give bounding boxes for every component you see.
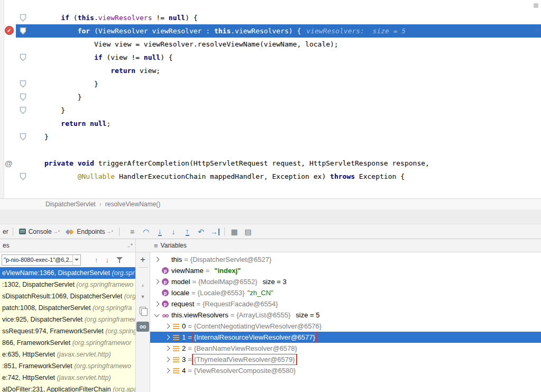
variable-row[interactable]: prequest={RequestFacade@6554}	[150, 298, 541, 309]
force-step-into-icon[interactable]: ↓	[167, 227, 180, 236]
frame-row[interactable]: e:635, HttpServlet (javax.servlet.http)	[0, 349, 135, 360]
variable-row[interactable]: 1={InternalResourceViewResolver@6577}	[150, 332, 541, 343]
step-into-icon[interactable]: ↓	[153, 227, 167, 236]
region-marker-icon[interactable]	[20, 27, 26, 35]
equals-sign: =	[186, 322, 194, 330]
variables-panel-header: Variables	[136, 239, 541, 252]
chevron-right-icon[interactable]	[163, 335, 171, 339]
layout-menu-icon[interactable]: ≡	[125, 227, 139, 236]
indent	[44, 67, 111, 75]
step-over-icon[interactable]: ◠	[139, 227, 153, 236]
frame-row[interactable]: :1302, DispatcherServlet (org.springfram…	[0, 279, 135, 290]
breadcrumb-method[interactable]: resolveViewName()	[105, 200, 160, 208]
code-token: for	[78, 27, 90, 35]
chevron-right-icon[interactable]	[152, 280, 161, 284]
frame-down-icon[interactable]: ↓	[106, 256, 109, 264]
tab-endpoints-label: Endpoints	[77, 228, 105, 235]
tab-console[interactable]: Console	[16, 227, 63, 236]
code-line: private void triggerAfterCompletion(Http…	[0, 157, 541, 170]
parameter-icon: p	[161, 289, 170, 296]
frames-toolbar: "p-nio-8080-exec-1"@6,2... ↑ ↓	[0, 252, 135, 267]
ide-window: ✓ @ if (this.viewResolvers != null) { fo…	[0, 0, 541, 392]
frame-row[interactable]: ssRequest:974, FrameworkServlet (org.spr…	[0, 325, 135, 337]
chevron-right-icon[interactable]	[163, 347, 171, 350]
show-watches-toggle-icon[interactable]: oo	[136, 322, 149, 332]
frame-location: :1302, DispatcherServlet	[2, 281, 76, 288]
tab-debugger-partial[interactable]: er	[1, 228, 10, 235]
tab-endpoints[interactable]: Endpoints	[63, 227, 116, 236]
separator	[119, 227, 120, 236]
filter-icon[interactable]	[116, 257, 123, 263]
step-out-icon[interactable]: ↑	[180, 227, 194, 236]
annotation-gutter-icon[interactable]: @	[5, 159, 13, 168]
inspection-indicator-icon[interactable]	[534, 3, 538, 8]
frame-row[interactable]: vice:925, DispatcherServlet (org.springf…	[0, 314, 135, 325]
variable-row[interactable]: 0={ContentNegotiatingViewResolver@6576}	[150, 321, 541, 332]
variable-row[interactable]: pviewName="indexj"	[150, 265, 541, 276]
code-token: this	[78, 14, 94, 22]
region-marker-icon[interactable]	[20, 133, 26, 141]
copy-icon[interactable]	[140, 307, 146, 314]
variables-title: Variables	[161, 242, 187, 249]
region-marker-icon[interactable]	[20, 172, 26, 180]
code-token: view;	[135, 67, 160, 75]
region-marker-icon[interactable]	[20, 80, 26, 88]
frame-up-icon[interactable]: ↑	[95, 256, 98, 264]
variable-name: model	[171, 278, 190, 286]
breadcrumb-class[interactable]: DispatcherServlet	[45, 200, 96, 208]
variable-row[interactable]: oothis.viewResolvers={ArrayList@6555}siz…	[150, 309, 541, 321]
region-marker-icon[interactable]	[20, 14, 26, 22]
variable-row[interactable]: 4={ViewResolverComposite@6580}	[150, 365, 541, 376]
frame-location: 866, FrameworkServlet	[2, 339, 72, 347]
array-item-icon	[171, 357, 180, 362]
pin-icon[interactable]	[125, 243, 133, 249]
scroll-down-icon[interactable]: ▼	[141, 294, 145, 299]
view-as-table-icon[interactable]: ▦	[227, 227, 241, 236]
frame-row[interactable]: :851, FrameworkServlet (org.springframew…	[0, 360, 135, 372]
variable-row[interactable]: this={DispatcherServlet@6527}	[150, 254, 541, 265]
frame-row[interactable]: e:742, HttpServlet (javax.servlet.http)	[0, 372, 135, 384]
code-line: }	[0, 77, 541, 90]
breakpoint-icon[interactable]: ✓	[5, 26, 14, 35]
variable-row[interactable]: plocale={Locale@6553}"zh_CN"	[150, 287, 541, 298]
frame-package: (javax.servlet.http)	[57, 374, 111, 381]
region-marker-icon[interactable]	[20, 106, 26, 114]
indent	[44, 93, 78, 101]
chevron-right-icon[interactable]	[163, 369, 171, 372]
chevron-down-icon[interactable]	[152, 314, 161, 316]
variable-name: locale	[171, 289, 189, 297]
code-editor[interactable]: ✓ @ if (this.viewResolvers != null) { fo…	[0, 0, 541, 198]
scroll-up-icon[interactable]: ▲	[141, 282, 145, 288]
code-line: }	[0, 90, 541, 104]
parameter-icon: p	[161, 278, 170, 285]
thread-selector[interactable]: "p-nio-8080-exec-1"@6,2...	[2, 254, 81, 266]
code-line: @Nullable HandlerExecutionChain mappedHa…	[0, 170, 541, 183]
variables-tree: this={DispatcherServlet@6527}pviewName="…	[150, 252, 541, 392]
variable-row[interactable]: 3={ThymeleafViewResolver@6579}	[150, 354, 541, 365]
code-token: (ViewResolver viewResolver :	[90, 27, 214, 35]
frame-row[interactable]: 866, FrameworkServlet (org.springframewo…	[0, 337, 135, 349]
equals-sign: =	[186, 344, 194, 352]
frame-row[interactable]: alDoFilter:231, ApplicationFilterChain (…	[0, 384, 135, 392]
chevron-right-icon[interactable]	[163, 324, 171, 328]
frame-row[interactable]: eViewName:1366, DispatcherServlet (org.s…	[0, 267, 135, 279]
chevron-right-icon[interactable]	[163, 358, 171, 361]
region-marker-icon[interactable]	[20, 53, 26, 61]
region-marker-icon[interactable]	[20, 93, 26, 101]
code-token: if	[94, 53, 103, 61]
run-to-cursor-icon[interactable]: →	[208, 227, 222, 236]
view-layout-icon[interactable]: ▤	[241, 227, 255, 236]
frame-row[interactable]: patch:1008, DispatcherServlet (org.sprin…	[0, 302, 135, 314]
drop-frame-icon[interactable]: ↶	[194, 227, 208, 236]
frame-row[interactable]: sDispatchResult:1069, DispatcherServlet …	[0, 290, 135, 302]
variable-row[interactable]: pmodel={ModelMap@6552}size = 3	[150, 276, 541, 287]
frame-package: (org.springframewo	[76, 281, 133, 288]
add-watch-icon[interactable]: +	[140, 256, 145, 264]
variable-row[interactable]: 2={BeanNameViewResolver@6578}	[150, 343, 541, 354]
chevron-right-icon[interactable]	[152, 302, 161, 306]
tab-more-icon	[107, 229, 114, 234]
execution-point-stripe-mark[interactable]	[535, 29, 539, 31]
code-token: }	[78, 93, 82, 101]
parameter-icon: p	[161, 300, 170, 307]
chevron-right-icon[interactable]	[152, 258, 161, 261]
